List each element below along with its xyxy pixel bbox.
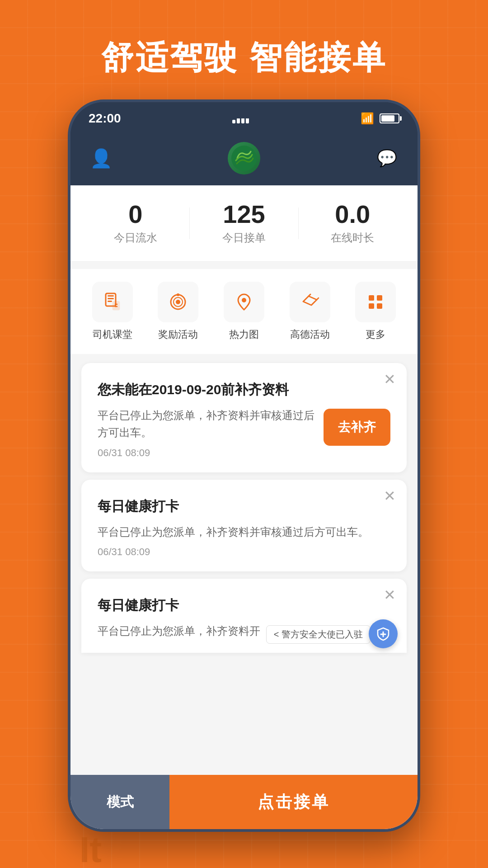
hero-tagline: 舒适驾驶 智能接单 bbox=[0, 36, 488, 80]
stat-orders-label: 今日接单 bbox=[222, 231, 266, 245]
nav-more[interactable]: 更多 bbox=[348, 282, 403, 341]
heatmap-label: 热力图 bbox=[229, 328, 259, 341]
heatmap-icon bbox=[224, 282, 264, 322]
phone-content: 0 今日流水 125 今日接单 0.0 在线时长 bbox=[70, 185, 418, 832]
stat-online-value: 0.0 bbox=[331, 202, 374, 227]
signal-bar-1 bbox=[232, 120, 235, 123]
stat-daily-orders: 125 今日接单 bbox=[222, 202, 266, 245]
stat-daily-flow: 0 今日流水 bbox=[114, 202, 157, 245]
status-icons: 📶 bbox=[361, 112, 399, 125]
more-icon bbox=[355, 282, 396, 322]
cards-section: ✕ 您未能在2019-09-20前补齐资料 平台已停止为您派单，补齐资料并审核通… bbox=[70, 354, 418, 662]
logo-svg bbox=[230, 145, 258, 172]
svg-rect-2 bbox=[108, 295, 114, 297]
activity-label: 奖励活动 bbox=[158, 328, 198, 341]
svg-point-10 bbox=[176, 300, 180, 304]
nav-heatmap[interactable]: 热力图 bbox=[217, 282, 271, 341]
stat-flow-label: 今日流水 bbox=[114, 231, 157, 245]
signal-bar-4 bbox=[246, 113, 249, 123]
svg-rect-14 bbox=[377, 295, 382, 301]
classroom-label: 司机课堂 bbox=[93, 328, 132, 341]
stat-flow-value: 0 bbox=[114, 202, 157, 227]
security-badge-button[interactable] bbox=[369, 619, 398, 648]
card-2-text: 平台已停止为您派单，补齐资料并审核通过后方可出车。 bbox=[98, 524, 390, 541]
svg-point-11 bbox=[177, 293, 179, 296]
security-banner: < 警方安全大使已入驻 bbox=[266, 625, 371, 644]
card-3-close-button[interactable]: ✕ bbox=[384, 588, 396, 602]
svg-rect-5 bbox=[113, 302, 119, 310]
phone-frame: 22:00 📶 👤 bbox=[68, 99, 420, 832]
quick-nav: 司机课堂 奖励活动 bbox=[70, 269, 418, 354]
nav-gaode[interactable]: 高德活动 bbox=[283, 282, 337, 341]
battery-fill bbox=[381, 115, 394, 122]
security-banner-text: < 警方安全大使已入驻 bbox=[274, 628, 363, 641]
card-1-text: 平台已停止为您派单，补齐资料并审核通过后方可出车。 bbox=[98, 407, 314, 442]
signal-indicator bbox=[232, 113, 249, 123]
more-label: 更多 bbox=[366, 328, 385, 341]
svg-rect-3 bbox=[108, 298, 114, 299]
status-time: 22:00 bbox=[89, 111, 121, 126]
stat-orders-value: 125 bbox=[222, 202, 266, 227]
accept-order-button[interactable]: 点击接单 bbox=[169, 775, 418, 829]
bottom-bar: 模式 点击接单 bbox=[70, 775, 418, 829]
status-bar: 22:00 📶 bbox=[70, 102, 418, 135]
svg-point-12 bbox=[242, 298, 246, 302]
notification-card-2: ✕ 每日健康打卡 平台已停止为您派单，补齐资料并审核通过后方可出车。 06/31… bbox=[81, 480, 407, 571]
hero-section: 舒适驾驶 智能接单 bbox=[0, 0, 488, 98]
shield-plus-icon bbox=[376, 627, 390, 641]
svg-rect-13 bbox=[369, 295, 374, 301]
svg-rect-4 bbox=[108, 301, 112, 302]
classroom-icon bbox=[92, 282, 133, 322]
card-1-title: 您未能在2019-09-20前补齐资料 bbox=[98, 379, 390, 400]
card-1-action-button[interactable]: 去补齐 bbox=[324, 409, 390, 446]
stats-section: 0 今日流水 125 今日接单 0.0 在线时长 bbox=[70, 185, 418, 262]
mode-button[interactable]: 模式 bbox=[70, 775, 169, 829]
svg-rect-15 bbox=[369, 303, 374, 309]
card-2-title: 每日健康打卡 bbox=[98, 496, 390, 516]
battery-icon bbox=[380, 113, 399, 123]
card-2-date: 06/31 08:09 bbox=[98, 546, 390, 558]
stat-divider-2 bbox=[298, 208, 299, 239]
gaode-icon bbox=[290, 282, 330, 322]
svg-rect-16 bbox=[377, 303, 382, 309]
messages-button[interactable]: 💬 bbox=[374, 146, 399, 171]
activity-icon bbox=[158, 282, 198, 322]
user-icon: 👤 bbox=[90, 148, 113, 169]
signal-bar-3 bbox=[241, 116, 244, 123]
signal-bars bbox=[232, 113, 249, 123]
card-2-close-button[interactable]: ✕ bbox=[384, 489, 396, 503]
user-profile-button[interactable]: 👤 bbox=[89, 146, 114, 171]
card-1-date: 06/31 08:09 bbox=[98, 447, 314, 459]
card-1-close-button[interactable]: ✕ bbox=[384, 372, 396, 387]
stat-online-time: 0.0 在线时长 bbox=[331, 202, 374, 245]
nav-activity[interactable]: 奖励活动 bbox=[151, 282, 205, 341]
signal-bar-2 bbox=[237, 118, 240, 123]
notification-card-1: ✕ 您未能在2019-09-20前补齐资料 平台已停止为您派单，补齐资料并审核通… bbox=[81, 363, 407, 472]
stat-online-label: 在线时长 bbox=[331, 231, 374, 245]
card-1-content: 平台已停止为您派单，补齐资料并审核通过后方可出车。 06/31 08:09 bbox=[98, 407, 314, 459]
stat-divider-1 bbox=[189, 208, 190, 239]
nav-classroom[interactable]: 司机课堂 bbox=[85, 282, 140, 341]
notification-card-3: ✕ 每日健康打卡 平台已停止为您派单，补齐资料开 < 警方安全大使已入驻 bbox=[81, 579, 407, 652]
app-logo bbox=[228, 142, 260, 175]
bottom-decoration-text: It bbox=[80, 832, 102, 868]
chat-icon: 💬 bbox=[377, 149, 397, 168]
wifi-icon: 📶 bbox=[361, 112, 374, 125]
gaode-label: 高德活动 bbox=[290, 328, 330, 341]
card-1-body: 平台已停止为您派单，补齐资料并审核通过后方可出车。 06/31 08:09 去补… bbox=[98, 407, 390, 459]
app-header: 👤 💬 bbox=[70, 135, 418, 185]
card-3-title: 每日健康打卡 bbox=[98, 595, 390, 615]
